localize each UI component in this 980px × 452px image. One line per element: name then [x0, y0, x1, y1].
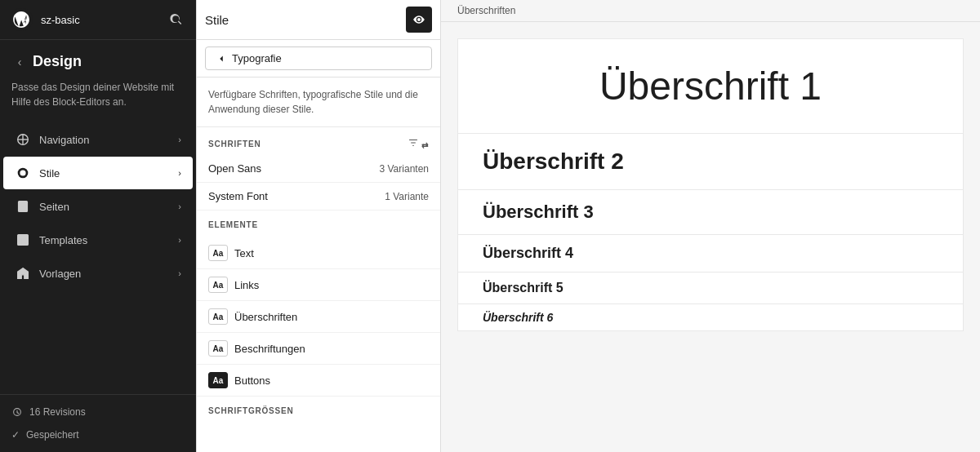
sidebar: sz-basic ‹ Design Passe das Design deine… [0, 0, 196, 452]
panel-header [197, 0, 440, 40]
back-button-label: Typografie [232, 52, 282, 64]
preview-toggle-button[interactable] [406, 7, 432, 33]
back-arrow-icon: ‹ [11, 54, 28, 70]
element-label: Links [234, 279, 259, 291]
font-row-opensans[interactable]: Open Sans 3 Varianten [197, 155, 440, 183]
aa-badge: Aa [208, 277, 228, 293]
element-row-beschriftungen[interactable]: Aa Beschriftungen [197, 333, 440, 365]
back-btn-row: Typografie [197, 40, 440, 78]
element-label: Überschriften [234, 311, 297, 323]
sidebar-item-seiten[interactable]: Seiten › [3, 190, 193, 223]
nav-item-label: Seiten [39, 201, 69, 213]
aa-badge: Aa [208, 340, 228, 357]
h2-preview: Überschrift 2 [458, 134, 963, 190]
svg-rect-9 [18, 235, 29, 246]
sidebar-item-stile[interactable]: Stile › [3, 157, 193, 189]
nav-item-label: Stile [39, 167, 60, 179]
panel-content: Typografie Verfügbare Schriften, typogra… [197, 40, 440, 452]
element-row-ueberschriften[interactable]: Aa Überschriften [197, 301, 440, 333]
stile-icon [15, 165, 31, 181]
vorlagen-icon [15, 265, 31, 281]
nav-item-label: Navigation [39, 134, 89, 146]
element-label: Buttons [234, 374, 270, 387]
element-label: Beschriftungen [234, 343, 305, 355]
templates-icon [15, 232, 31, 248]
chevron-right-icon: › [178, 235, 181, 245]
element-row-text[interactable]: Aa Text [197, 237, 440, 269]
preview-content: Überschrift 1 Überschrift 2 Überschrift … [441, 22, 980, 452]
preview-breadcrumb: Überschriften [441, 0, 980, 22]
revisions-item[interactable]: 16 Revisions [11, 403, 185, 421]
seiten-icon [15, 198, 31, 215]
h4-preview: Überschrift 4 [458, 235, 963, 273]
h5-preview: Überschrift 5 [458, 273, 963, 304]
section-title: Design [33, 53, 82, 70]
h3-preview: Überschrift 3 [458, 190, 963, 235]
navigation-icon [15, 131, 31, 148]
sidebar-item-templates[interactable]: Templates › [3, 224, 193, 256]
wp-logo [10, 8, 33, 31]
back-to-dashboard[interactable]: ‹ Design [0, 40, 196, 75]
aa-badge-dark: Aa [208, 372, 228, 388]
font-name: Open Sans [208, 162, 261, 175]
panel-title-input[interactable] [205, 13, 401, 27]
svg-point-4 [20, 170, 25, 175]
elemente-label: ELEMENTE [197, 210, 440, 234]
schriften-label: SCHRIFTEN ⇄ [197, 127, 440, 155]
chevron-right-icon: › [178, 202, 181, 211]
filter-icon[interactable]: ⇄ [408, 137, 429, 150]
chevron-right-icon: › [178, 168, 181, 178]
saved-label: Gespeichert [26, 429, 79, 441]
nav-items: Navigation › Stile › Seiten › Templates … [0, 122, 196, 394]
element-row-links[interactable]: Aa Links [197, 269, 440, 301]
font-variants: 1 Variante [385, 191, 429, 202]
section-description: Passe das Design deiner Website mit Hilf… [0, 75, 196, 122]
nav-item-label: Vorlagen [39, 268, 81, 280]
font-name: System Font [208, 190, 268, 202]
element-row-buttons[interactable]: Aa Buttons [197, 365, 440, 397]
site-name: sz-basic [41, 14, 158, 26]
chevron-right-icon: › [178, 268, 181, 278]
h1-preview: Überschrift 1 [458, 39, 963, 134]
elements-section: Aa Text Aa Links Aa Überschriften Aa Bes… [197, 237, 440, 397]
style-panel: Typografie Verfügbare Schriften, typogra… [196, 0, 441, 452]
aa-badge: Aa [208, 245, 228, 261]
saved-item: ✓ Gespeichert [11, 426, 185, 444]
font-row-system[interactable]: System Font 1 Variante [197, 183, 440, 210]
sidebar-bottom: 16 Revisions ✓ Gespeichert [0, 394, 196, 452]
heading-preview: Überschrift 1 Überschrift 2 Überschrift … [457, 38, 964, 331]
chevron-right-icon: › [178, 135, 181, 144]
sidebar-item-vorlagen[interactable]: Vorlagen › [3, 257, 193, 290]
aa-badge: Aa [208, 308, 228, 325]
back-to-styles-button[interactable]: Typografie [205, 47, 432, 70]
preview-area: Überschriften Überschrift 1 Überschrift … [441, 0, 980, 452]
sidebar-item-navigation[interactable]: Navigation › [3, 123, 193, 156]
check-icon: ✓ [11, 429, 20, 441]
font-variants: 3 Varianten [380, 163, 430, 175]
nav-item-label: Templates [39, 234, 87, 246]
search-button[interactable] [167, 10, 186, 29]
h6-preview: Überschrift 6 [458, 304, 963, 330]
typography-description: Verfügbare Schriften, typografische Stil… [197, 78, 440, 127]
revisions-label: 16 Revisions [29, 406, 86, 418]
element-label: Text [234, 247, 254, 259]
sidebar-header: sz-basic [0, 0, 196, 40]
schriftgroessen-label: SCHRIFTGRÖSSEN [197, 397, 440, 420]
